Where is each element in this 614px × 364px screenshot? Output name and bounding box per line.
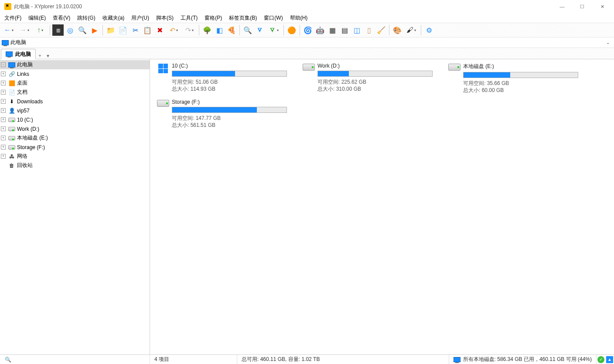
up-badge[interactable]: ▲ bbox=[606, 356, 613, 363]
android-icon[interactable]: 🤖 bbox=[314, 24, 326, 36]
undo-button[interactable]: ↶ bbox=[166, 24, 181, 36]
tree-item-1[interactable]: +🔗Links bbox=[0, 69, 150, 78]
expand-toggle[interactable]: - bbox=[1, 62, 6, 67]
minimize-button[interactable]: — bbox=[552, 0, 572, 13]
tree-item-label: 回收站 bbox=[17, 162, 33, 169]
console-icon[interactable]: ▥ bbox=[52, 24, 64, 36]
up-button[interactable]: ↑ bbox=[33, 24, 48, 36]
paste-icon[interactable]: 📋 bbox=[142, 24, 153, 36]
menu-item-6[interactable]: 脚本(S) bbox=[153, 14, 177, 23]
back-button[interactable]: ← bbox=[1, 24, 16, 36]
menu-item-4[interactable]: 收藏夹(a) bbox=[99, 14, 128, 23]
tree-item-11[interactable]: 🗑回收站 bbox=[0, 161, 150, 170]
titlebar: 此电脑 - XYplorer 19.10.0200 — ☐ ✕ bbox=[0, 0, 614, 13]
cut-icon[interactable]: ✂ bbox=[130, 24, 141, 36]
zoom-icon[interactable]: 🔍 bbox=[242, 24, 253, 36]
expand-toggle[interactable]: + bbox=[1, 136, 6, 140]
filter2-icon[interactable]: ⛛ bbox=[266, 24, 281, 36]
down-icon: ⬇ bbox=[8, 98, 15, 105]
address-bar[interactable]: 此电脑 ⌄ bbox=[0, 37, 614, 48]
nav-tree[interactable]: -此电脑+🔗Links+🟧桌面+📄文档+⬇Downloads+👤vip57+10… bbox=[0, 59, 150, 354]
menu-item-7[interactable]: 工具(T) bbox=[177, 14, 201, 23]
menu-item-10[interactable]: 窗口(W) bbox=[260, 14, 286, 23]
thispc-icon bbox=[454, 357, 460, 362]
menu-item-9[interactable]: 标签页集(B) bbox=[225, 14, 260, 23]
menu-item-1[interactable]: 编辑(E) bbox=[25, 14, 49, 23]
single-icon[interactable]: ▯ bbox=[363, 24, 375, 36]
ok-badge[interactable]: ✓ bbox=[597, 356, 604, 363]
new-tab-button[interactable]: + bbox=[36, 53, 44, 59]
hdd-icon bbox=[8, 144, 15, 151]
maximize-button[interactable]: ☐ bbox=[572, 0, 592, 13]
forward-button[interactable]: → bbox=[17, 24, 32, 36]
tree-item-8[interactable]: +本地磁盘 (E:) bbox=[0, 133, 150, 143]
drive-item-0[interactable]: 10 (C:)可用空间: 51.06 GB总大小: 114.93 GB bbox=[154, 63, 298, 95]
redo-button[interactable]: ↷ bbox=[182, 24, 197, 36]
tab-dropdown[interactable]: ▾ bbox=[44, 53, 52, 59]
drive-item-3[interactable]: Storage (F:)可用空间: 147.77 GB总大小: 561.51 G… bbox=[154, 99, 298, 132]
status-search[interactable]: 🔍 bbox=[0, 355, 150, 364]
panes-icon[interactable]: ◫ bbox=[351, 24, 362, 36]
details-icon[interactable]: ▤ bbox=[339, 24, 350, 36]
tree-item-9[interactable]: +Storage (F:) bbox=[0, 143, 150, 152]
menu-item-0[interactable]: 文件(F) bbox=[1, 14, 25, 23]
tree-icon[interactable]: 🌳 bbox=[201, 24, 213, 36]
address-expand[interactable]: ⌄ bbox=[604, 40, 612, 45]
expand-toggle[interactable]: + bbox=[1, 99, 6, 104]
tree-item-2[interactable]: +🟧桌面 bbox=[0, 78, 150, 88]
gear-icon[interactable]: ⚙ bbox=[423, 24, 435, 36]
spiral-icon[interactable]: 🌀 bbox=[302, 24, 314, 36]
tree-item-4[interactable]: +⬇Downloads bbox=[0, 97, 150, 106]
tree-item-7[interactable]: +Work (D:) bbox=[0, 124, 150, 133]
tree-item-6[interactable]: +10 (C:) bbox=[0, 115, 150, 124]
select-icon[interactable]: ◧ bbox=[214, 24, 225, 36]
drive-item-1[interactable]: Work (D:)可用空间: 225.62 GB总大小: 310.00 GB bbox=[300, 63, 444, 95]
expand-toggle[interactable]: + bbox=[1, 145, 6, 150]
pizza-icon[interactable]: 🍕 bbox=[226, 24, 237, 36]
broom-icon[interactable]: 🧹 bbox=[375, 24, 387, 36]
hdd-icon bbox=[8, 135, 15, 142]
expand-toggle[interactable]: + bbox=[1, 126, 6, 131]
drive-item-2[interactable]: 本地磁盘 (E:)可用空间: 35.66 GB总大小: 60.00 GB bbox=[446, 63, 590, 95]
tab-thispc[interactable]: 此电脑 bbox=[1, 49, 36, 59]
menu-item-3[interactable]: 跳转(G) bbox=[74, 14, 99, 23]
expand-toggle[interactable]: + bbox=[1, 71, 6, 76]
drive-total: 总大小: 114.93 GB bbox=[172, 85, 298, 92]
drive-usage-bar bbox=[317, 71, 433, 77]
expand-toggle[interactable]: + bbox=[1, 90, 6, 95]
filter1-icon[interactable]: ⛛ bbox=[254, 24, 266, 36]
drive-total: 总大小: 561.51 GB bbox=[172, 122, 298, 129]
expand-toggle[interactable]: + bbox=[1, 81, 6, 85]
find-icon[interactable]: 🔍 bbox=[77, 24, 88, 36]
menu-item-11[interactable]: 帮助(H) bbox=[287, 14, 311, 23]
tree-item-5[interactable]: +👤vip57 bbox=[0, 106, 150, 115]
tree-item-10[interactable]: +🖧网络 bbox=[0, 152, 150, 161]
tree-item-3[interactable]: +📄文档 bbox=[0, 88, 150, 97]
drive-free: 可用空间: 51.06 GB bbox=[172, 78, 298, 85]
expand-toggle[interactable]: + bbox=[1, 117, 6, 122]
expand-toggle[interactable]: + bbox=[1, 154, 6, 159]
delete-icon[interactable]: ✖ bbox=[154, 24, 165, 36]
hdd-icon bbox=[8, 126, 15, 133]
brush-icon[interactable]: 🖌 bbox=[404, 24, 419, 36]
newfolder-icon[interactable]: 📁 bbox=[105, 24, 116, 36]
tree-item-label: 此电脑 bbox=[17, 61, 33, 68]
close-button[interactable]: ✕ bbox=[592, 0, 612, 13]
thispc-icon bbox=[2, 40, 9, 45]
tree-item-0[interactable]: -此电脑 bbox=[0, 60, 150, 69]
drive-name: Work (D:) bbox=[317, 63, 444, 69]
pc-icon bbox=[8, 61, 15, 68]
expand-toggle[interactable]: + bbox=[1, 108, 6, 113]
thispc-icon bbox=[6, 51, 13, 57]
apps-icon[interactable]: ▦ bbox=[327, 24, 338, 36]
drive-total: 总大小: 310.00 GB bbox=[317, 85, 444, 92]
newfile-icon[interactable]: 📄 bbox=[117, 24, 129, 36]
menu-item-2[interactable]: 查看(V) bbox=[49, 14, 74, 23]
menu-item-5[interactable]: 用户(U) bbox=[128, 14, 153, 23]
menu-item-8[interactable]: 窗格(P) bbox=[201, 14, 225, 23]
color-icon[interactable]: 🎨 bbox=[392, 24, 403, 36]
target-icon[interactable]: ◎ bbox=[65, 24, 76, 36]
drive-icon bbox=[154, 63, 172, 95]
pie-icon[interactable]: 🟠 bbox=[286, 24, 297, 36]
play-icon[interactable]: ▶ bbox=[89, 24, 100, 36]
